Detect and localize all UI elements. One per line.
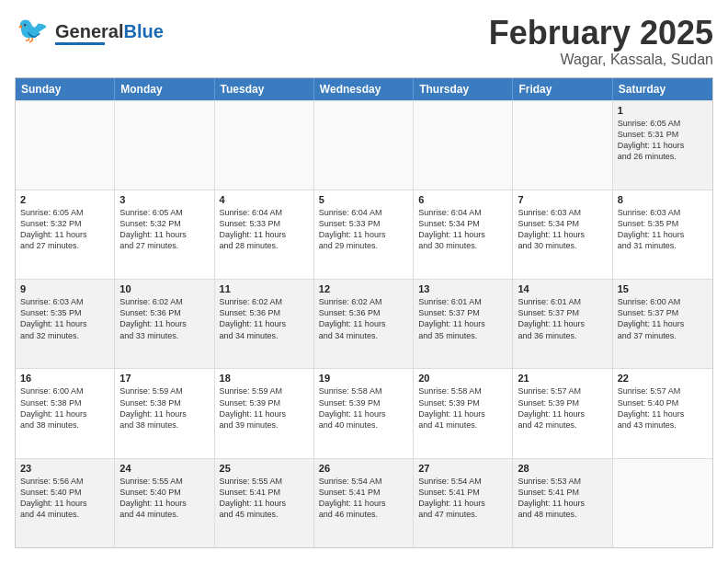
calendar-cell [16, 101, 115, 190]
day-number: 14 [518, 283, 607, 294]
cell-info: Sunrise: 5:58 AM Sunset: 5:39 PM Dayligh… [418, 385, 507, 431]
day-number: 16 [20, 373, 109, 384]
calendar-cell: 11Sunrise: 6:02 AM Sunset: 5:36 PM Dayli… [215, 280, 314, 368]
day-number: 21 [518, 373, 607, 384]
cell-info: Sunrise: 6:02 AM Sunset: 5:36 PM Dayligh… [119, 296, 209, 341]
calendar-cell: 27Sunrise: 5:54 AM Sunset: 5:41 PM Dayli… [414, 459, 513, 547]
logo-blue: Blue [123, 21, 163, 41]
day-number: 1 [618, 105, 708, 116]
header: 🐦 GeneralBlue February 2025 Wagar, Kassa… [15, 15, 713, 68]
calendar-cell: 19Sunrise: 5:58 AM Sunset: 5:39 PM Dayli… [314, 369, 414, 457]
calendar-row: 1Sunrise: 6:05 AM Sunset: 5:31 PM Daylig… [16, 100, 712, 190]
calendar-cell: 22Sunrise: 5:57 AM Sunset: 5:40 PM Dayli… [613, 369, 712, 457]
day-number: 18 [220, 373, 309, 384]
weekday-header: Sunday [16, 78, 115, 100]
calendar-cell: 24Sunrise: 5:55 AM Sunset: 5:40 PM Dayli… [115, 459, 214, 547]
calendar-cell [215, 101, 314, 190]
calendar-cell: 9Sunrise: 6:03 AM Sunset: 5:35 PM Daylig… [16, 280, 115, 368]
calendar-cell: 14Sunrise: 6:01 AM Sunset: 5:37 PM Dayli… [513, 280, 612, 368]
cell-info: Sunrise: 6:01 AM Sunset: 5:37 PM Dayligh… [418, 296, 507, 341]
weekday-header: Saturday [613, 78, 712, 100]
logo: 🐦 GeneralBlue [15, 15, 164, 52]
weekday-header: Tuesday [215, 78, 314, 100]
day-number: 5 [319, 194, 408, 205]
cell-info: Sunrise: 5:54 AM Sunset: 5:41 PM Dayligh… [319, 476, 408, 521]
calendar-cell: 5Sunrise: 6:04 AM Sunset: 5:33 PM Daylig… [314, 190, 414, 279]
weekday-header: Thursday [414, 78, 513, 100]
cell-info: Sunrise: 5:57 AM Sunset: 5:40 PM Dayligh… [618, 385, 708, 431]
calendar: SundayMondayTuesdayWednesdayThursdayFrid… [15, 77, 713, 548]
calendar-row: 23Sunrise: 5:56 AM Sunset: 5:40 PM Dayli… [16, 458, 712, 547]
calendar-cell: 2Sunrise: 6:05 AM Sunset: 5:32 PM Daylig… [16, 190, 115, 279]
day-number: 19 [319, 373, 408, 384]
day-number: 12 [319, 283, 408, 294]
calendar-cell [314, 101, 414, 190]
calendar-header: SundayMondayTuesdayWednesdayThursdayFrid… [16, 78, 712, 100]
calendar-cell: 1Sunrise: 6:05 AM Sunset: 5:31 PM Daylig… [613, 101, 712, 190]
cell-info: Sunrise: 5:55 AM Sunset: 5:41 PM Dayligh… [220, 476, 309, 521]
day-number: 17 [119, 373, 209, 384]
cell-info: Sunrise: 6:04 AM Sunset: 5:33 PM Dayligh… [220, 207, 309, 252]
cell-info: Sunrise: 5:55 AM Sunset: 5:40 PM Dayligh… [119, 476, 209, 521]
cell-info: Sunrise: 6:05 AM Sunset: 5:31 PM Dayligh… [618, 118, 708, 163]
day-number: 9 [20, 283, 109, 294]
cell-info: Sunrise: 5:58 AM Sunset: 5:39 PM Dayligh… [319, 385, 408, 431]
logo-icon: 🐦 [15, 15, 48, 52]
day-number: 11 [220, 283, 309, 294]
calendar-cell: 16Sunrise: 6:00 AM Sunset: 5:38 PM Dayli… [16, 369, 115, 457]
cell-info: Sunrise: 6:03 AM Sunset: 5:35 PM Dayligh… [20, 296, 109, 341]
calendar-cell: 25Sunrise: 5:55 AM Sunset: 5:41 PM Dayli… [215, 459, 314, 547]
day-number: 2 [20, 194, 109, 205]
calendar-cell: 6Sunrise: 6:04 AM Sunset: 5:34 PM Daylig… [414, 190, 513, 279]
calendar-cell: 8Sunrise: 6:03 AM Sunset: 5:35 PM Daylig… [613, 190, 712, 279]
day-number: 22 [618, 373, 708, 384]
calendar-cell: 18Sunrise: 5:59 AM Sunset: 5:39 PM Dayli… [215, 369, 314, 457]
calendar-cell: 15Sunrise: 6:00 AM Sunset: 5:37 PM Dayli… [613, 280, 712, 368]
svg-text:🐦: 🐦 [17, 15, 48, 45]
calendar-body: 1Sunrise: 6:05 AM Sunset: 5:31 PM Daylig… [16, 100, 712, 547]
cell-info: Sunrise: 6:02 AM Sunset: 5:36 PM Dayligh… [220, 296, 309, 341]
weekday-header: Friday [513, 78, 612, 100]
calendar-cell: 10Sunrise: 6:02 AM Sunset: 5:36 PM Dayli… [115, 280, 214, 368]
cell-info: Sunrise: 6:00 AM Sunset: 5:38 PM Dayligh… [20, 385, 109, 431]
cell-info: Sunrise: 5:57 AM Sunset: 5:39 PM Dayligh… [518, 385, 607, 431]
cell-info: Sunrise: 6:03 AM Sunset: 5:34 PM Dayligh… [518, 207, 607, 252]
cell-info: Sunrise: 5:56 AM Sunset: 5:40 PM Dayligh… [20, 476, 109, 521]
cell-info: Sunrise: 5:59 AM Sunset: 5:38 PM Dayligh… [119, 385, 209, 431]
cell-info: Sunrise: 5:54 AM Sunset: 5:41 PM Dayligh… [418, 476, 507, 521]
calendar-cell: 26Sunrise: 5:54 AM Sunset: 5:41 PM Dayli… [314, 459, 414, 547]
calendar-cell: 17Sunrise: 5:59 AM Sunset: 5:38 PM Dayli… [115, 369, 214, 457]
cell-info: Sunrise: 6:04 AM Sunset: 5:33 PM Dayligh… [319, 207, 408, 252]
calendar-row: 16Sunrise: 6:00 AM Sunset: 5:38 PM Dayli… [16, 368, 712, 457]
day-number: 13 [418, 283, 507, 294]
location: Wagar, Kassala, Sudan [489, 52, 713, 68]
day-number: 6 [418, 194, 507, 205]
logo-text-block: GeneralBlue [55, 21, 164, 45]
cell-info: Sunrise: 6:01 AM Sunset: 5:37 PM Dayligh… [518, 296, 607, 341]
title-block: February 2025 Wagar, Kassala, Sudan [489, 15, 713, 68]
calendar-cell [613, 459, 712, 547]
cell-info: Sunrise: 5:59 AM Sunset: 5:39 PM Dayligh… [220, 385, 309, 431]
day-number: 26 [319, 463, 408, 474]
day-number: 24 [119, 463, 209, 474]
calendar-cell: 3Sunrise: 6:05 AM Sunset: 5:32 PM Daylig… [115, 190, 214, 279]
day-number: 8 [618, 194, 708, 205]
day-number: 23 [20, 463, 109, 474]
logo-general: General [55, 21, 123, 41]
day-number: 28 [518, 463, 607, 474]
calendar-row: 2Sunrise: 6:05 AM Sunset: 5:32 PM Daylig… [16, 190, 712, 279]
calendar-cell: 13Sunrise: 6:01 AM Sunset: 5:37 PM Dayli… [414, 280, 513, 368]
calendar-cell [115, 101, 214, 190]
calendar-cell: 21Sunrise: 5:57 AM Sunset: 5:39 PM Dayli… [513, 369, 612, 457]
day-number: 20 [418, 373, 507, 384]
weekday-header: Monday [115, 78, 214, 100]
day-number: 7 [518, 194, 607, 205]
month-title: February 2025 [489, 15, 713, 52]
page: 🐦 GeneralBlue February 2025 Wagar, Kassa… [0, 0, 728, 563]
calendar-cell: 4Sunrise: 6:04 AM Sunset: 5:33 PM Daylig… [215, 190, 314, 279]
calendar-row: 9Sunrise: 6:03 AM Sunset: 5:35 PM Daylig… [16, 279, 712, 368]
day-number: 25 [220, 463, 309, 474]
calendar-cell: 28Sunrise: 5:53 AM Sunset: 5:41 PM Dayli… [513, 459, 612, 547]
calendar-cell: 23Sunrise: 5:56 AM Sunset: 5:40 PM Dayli… [16, 459, 115, 547]
cell-info: Sunrise: 6:05 AM Sunset: 5:32 PM Dayligh… [20, 207, 109, 252]
